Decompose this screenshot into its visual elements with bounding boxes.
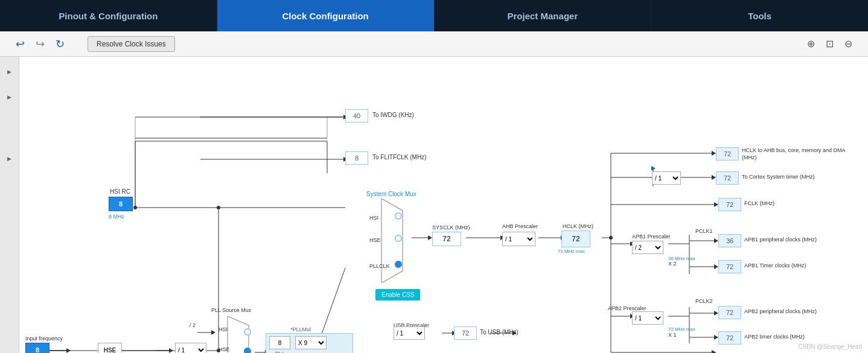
hclk-box[interactable]: 72 — [561, 231, 590, 247]
watermark: CSDN @Strange_Head — [798, 343, 862, 350]
fclk-output-box[interactable]: 72 — [718, 198, 741, 211]
pll-area: *PLLMul 8 X 9X 2X 3X 4X 6X 8 PLL — [266, 333, 353, 353]
mux-hse-radio[interactable] — [395, 235, 402, 242]
hclk-ahb-label: HCLK to AHB bus, core, memory and DMA (M… — [742, 147, 850, 161]
hclk-ahb-box[interactable]: 72 — [716, 147, 739, 161]
hclk-label: HCLK (MHz) — [563, 223, 593, 229]
pll-source-mux-label: PLL Source Mux — [211, 307, 251, 313]
undo-button[interactable]: ↩ — [12, 36, 28, 52]
side-panel: ▶ ▶ ▶ — [0, 57, 19, 353]
cortex-div-select[interactable]: / 1/ 2/ 8 — [652, 171, 681, 185]
tab-project[interactable]: Project Manager — [435, 0, 652, 31]
apb2-prescaler-select[interactable]: / 1/ 2/ 4 — [632, 311, 663, 325]
apb1-periph-label: APB1 peripheral clocks (MHz) — [744, 237, 817, 243]
zoom-out-button[interactable]: ⊖ — [841, 37, 856, 51]
tab-pinout[interactable]: Pinout & Configuration — [0, 0, 217, 31]
usb-prescaler-select[interactable]: / 1/ 1.5 — [394, 326, 425, 340]
side-icon-3[interactable]: ▶ — [4, 156, 15, 167]
svg-text:HSI: HSI — [219, 326, 228, 332]
input-freq-label: Input frequency — [25, 336, 63, 342]
clock-diagram: HSI RC 8 8 MHz 40 To IWDG (KHz) 8 To FLI… — [19, 57, 868, 353]
sysclk-box[interactable]: 72 — [432, 232, 461, 246]
fit-button[interactable]: ⊡ — [822, 37, 837, 51]
ahb-prescaler-select[interactable]: / 1/ 2/ 4/ 8 — [502, 232, 535, 246]
top-tabs-bar: Pinout & Configuration Clock Configurati… — [0, 0, 868, 31]
usb-output-box[interactable]: 72 — [454, 326, 477, 340]
pclk2-label: PCLK2 — [695, 298, 713, 304]
fclk-label: FCLK (MHz) — [744, 200, 774, 206]
pllmul-select[interactable]: X 9X 2X 3X 4X 6X 8 — [295, 336, 327, 349]
hse-input-box[interactable]: 8 — [25, 343, 49, 353]
pclk1-label: PCLK1 — [695, 228, 713, 234]
to-iwdg-label: To IWDG (KHz) — [372, 112, 414, 118]
resolve-clock-button[interactable]: Resolve Clock Issues — [88, 36, 175, 52]
svg-text:HSE: HSE — [369, 237, 381, 243]
svg-point-59 — [133, 206, 137, 209]
side-icon-2[interactable]: ▶ — [4, 94, 15, 105]
svg-marker-18 — [428, 235, 432, 240]
pll-hse-radio[interactable] — [244, 348, 251, 353]
pll-label: PLL — [275, 351, 285, 353]
svg-marker-33 — [714, 202, 718, 207]
to-iwdg-box[interactable]: 40 — [345, 109, 368, 122]
apb2-max-label: 72 MHz max — [668, 326, 695, 332]
to-flit-box[interactable]: 8 — [345, 151, 368, 165]
toolbar: ↩ ↪ ↻ Resolve Clock Issues ⊕ ⊡ ⊖ — [0, 31, 868, 57]
enable-css-button[interactable]: Enable CSS — [375, 289, 420, 301]
hclk-max-label: 72 MHz max — [558, 249, 585, 254]
svg-point-62 — [609, 236, 613, 240]
pclk2-box[interactable]: 72 — [718, 306, 741, 319]
svg-text:HSI: HSI — [369, 215, 378, 221]
apb1-timer-label: APB1 Timer clocks (MHz) — [744, 262, 806, 269]
apb1-x2-label: X 2 — [668, 261, 677, 267]
cortex-output-box[interactable]: 72 — [716, 171, 739, 185]
apb2-timer-box[interactable]: 72 — [718, 331, 741, 345]
apb2-prescaler-label: APB2 Prescaler — [608, 305, 646, 311]
svg-marker-51 — [712, 350, 716, 353]
pll-hsi-radio[interactable] — [244, 328, 251, 336]
svg-marker-41 — [714, 264, 718, 269]
side-icon-1[interactable]: ▶ — [4, 69, 15, 80]
hse-box[interactable]: HSE — [98, 343, 122, 353]
apb1-prescaler-label: APB1 Prescaler — [632, 234, 671, 240]
ahb-prescaler-label: AHB Prescaler — [502, 223, 538, 229]
svg-text:HSE: HSE — [219, 346, 230, 352]
hsi-rc-label: HSI RC — [110, 188, 130, 195]
system-clock-mux-label: System Clock Mux — [366, 191, 416, 197]
tab-tools[interactable]: Tools — [651, 0, 868, 31]
apb1-timer-box[interactable]: 72 — [718, 260, 741, 273]
apb1-prescaler-select[interactable]: / 2/ 1/ 4/ 8 — [632, 241, 663, 254]
div2-label: / 2 — [190, 322, 196, 328]
pclk1-box[interactable]: 36 — [718, 234, 741, 247]
refresh-button[interactable]: ↻ — [52, 36, 68, 52]
mux-hsi-radio[interactable] — [395, 212, 402, 220]
pllmul-label: *PLLMul — [290, 326, 311, 332]
svg-marker-49 — [714, 335, 718, 340]
pllmul-value-box[interactable]: 8 — [269, 336, 290, 349]
svg-marker-31 — [712, 175, 716, 180]
svg-marker-47 — [714, 311, 718, 316]
usb-label: To USB (MHz) — [480, 329, 519, 336]
mux-pllclk-radio[interactable] — [395, 261, 402, 268]
hse-div1-select[interactable]: / 1/ 2 — [175, 343, 206, 353]
sysclk-label: SYSCLK (MHz) — [432, 224, 470, 231]
svg-point-60 — [217, 206, 220, 209]
redo-button[interactable]: ↪ — [32, 36, 48, 52]
system-clock-mux-svg: HSI HSE PLLCLK — [369, 199, 415, 283]
hsi-mhz-label: 8 MHz — [109, 214, 124, 220]
svg-marker-39 — [714, 238, 718, 243]
main-area: ▶ ▶ ▶ — [0, 57, 868, 353]
cortex-label: To Cortex System timer (MHz) — [742, 174, 815, 180]
zoom-in-button[interactable]: ⊕ — [803, 37, 819, 51]
hsi-rc-box[interactable]: 8 — [109, 197, 133, 211]
apb2-x1-label: X 1 — [668, 332, 677, 338]
tab-clock[interactable]: Clock Configuration — [217, 0, 435, 31]
apb2-timer-label: APB2 timer clocks (MHz) — [744, 334, 805, 340]
to-flit-label: To FLITFCLK (MHz) — [372, 154, 426, 161]
svg-text:PLLCLK: PLLCLK — [369, 263, 390, 269]
pll-source-mux-svg: HSI HSE — [219, 316, 258, 353]
svg-marker-26 — [712, 151, 716, 156]
apb2-periph-label: APB2 peripheral clocks (MHz) — [744, 308, 817, 314]
